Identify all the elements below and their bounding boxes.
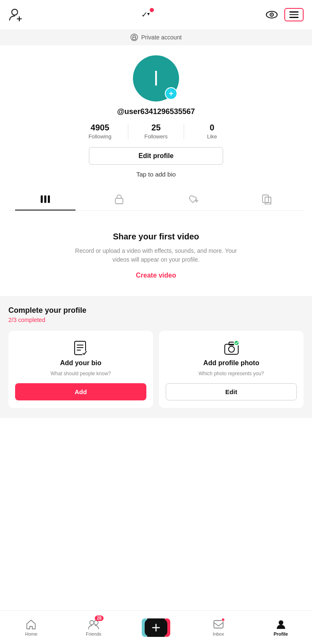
nav-inbox[interactable]: Inbox: [187, 615, 250, 640]
complete-profile-cards: Add your bio What should people know? Ad…: [8, 331, 304, 408]
private-account-banner: Private account: [0, 29, 312, 45]
photo-card-title: Add profile photo: [203, 359, 259, 367]
top-nav-right: [265, 8, 304, 21]
menu-button[interactable]: [284, 8, 304, 21]
create-button-inner: [145, 619, 167, 636]
friends-badge-wrap: 28: [88, 619, 99, 630]
photo-edit-button[interactable]: Edit: [166, 383, 297, 400]
followers-stat[interactable]: 25 Followers: [128, 123, 184, 140]
edit-profile-button[interactable]: Edit profile: [89, 147, 223, 165]
videos-tab-icon: [40, 194, 51, 205]
eye-button[interactable]: [265, 10, 278, 20]
likes-stat[interactable]: 0 Like: [184, 123, 240, 140]
top-nav: ✓: [0, 0, 312, 29]
svg-rect-13: [115, 198, 123, 204]
svg-point-7: [271, 14, 273, 16]
photo-card-desc: Which photo represents you?: [198, 370, 264, 377]
svg-point-33: [278, 620, 283, 625]
private-account-text: Private account: [141, 34, 182, 41]
bio-add-button[interactable]: Add: [15, 383, 146, 400]
nav-profile-label: Profile: [273, 631, 288, 636]
followers-label: Followers: [128, 133, 184, 140]
nav-friends[interactable]: 28 Friends: [62, 615, 125, 640]
bio-card-title: Add your bio: [60, 359, 101, 367]
svg-point-29: [94, 621, 98, 625]
hamburger-line-1: [289, 11, 299, 13]
nav-friends-label: Friends: [86, 631, 101, 636]
empty-state: Share your first video Record or upload …: [0, 211, 312, 296]
notification-dot: [150, 8, 154, 12]
photo-card-icon: [224, 340, 239, 356]
liked-tab-icon: [187, 194, 198, 205]
bio-card: Add your bio What should people know? Ad…: [8, 331, 153, 408]
hamburger-line-2: [289, 14, 299, 16]
username: @user6341296535567: [117, 107, 195, 116]
complete-profile-title: Complete your profile: [8, 306, 304, 315]
avatar-add-button[interactable]: +: [165, 87, 177, 100]
svg-rect-11: [44, 195, 47, 203]
friends-badge-count: 28: [95, 615, 104, 621]
dropdown-icon: ✓: [138, 10, 151, 20]
add-bio-text[interactable]: Tap to add bio: [136, 171, 176, 178]
plus-icon: [151, 623, 161, 632]
empty-state-title: Share your first video: [113, 232, 199, 242]
nav-inbox-label: Inbox: [213, 631, 224, 636]
svg-rect-10: [41, 195, 43, 203]
profile-icon: [276, 619, 286, 630]
svg-point-28: [90, 621, 94, 625]
nav-home-label: Home: [25, 631, 37, 636]
bottom-nav: Home 28 Friends: [0, 610, 312, 644]
nav-home[interactable]: Home: [0, 615, 62, 640]
empty-state-description: Record or upload a video with effects, s…: [72, 247, 240, 264]
svg-point-0: [12, 9, 18, 15]
svg-rect-12: [48, 195, 50, 203]
bio-icon: [73, 340, 89, 356]
eye-icon: [265, 10, 278, 20]
bio-card-icon: [73, 340, 89, 356]
nav-profile[interactable]: Profile: [250, 615, 312, 640]
create-video-link[interactable]: Create video: [136, 272, 176, 279]
complete-profile-section: Complete your profile 2/3 completed Add …: [0, 296, 312, 418]
home-icon: [26, 619, 36, 630]
reposts-tab-icon: [261, 194, 272, 205]
avatar-wrap: l +: [133, 55, 179, 101]
avatar-letter: l: [154, 67, 159, 90]
svg-point-26: [229, 346, 234, 352]
stats-row: 4905 Following 25 Followers 0 Like: [72, 123, 240, 140]
following-stat[interactable]: 4905 Following: [72, 123, 128, 140]
followers-count: 25: [128, 123, 184, 132]
tab-locked[interactable]: [82, 188, 156, 210]
likes-count: 0: [184, 123, 240, 132]
complete-profile-progress: 2/3 completed: [8, 317, 304, 323]
photo-card: Add profile photo Which photo represents…: [159, 331, 304, 408]
locked-tab-icon: [114, 194, 124, 204]
bio-card-desc: What should people know?: [50, 370, 111, 377]
photo-completed-indicator: [234, 340, 239, 346]
svg-text:✓: ✓: [141, 10, 148, 19]
inbox-nav-indicator[interactable]: ✓: [138, 10, 151, 20]
likes-label: Like: [184, 133, 240, 140]
add-friend-icon: [8, 7, 24, 23]
create-button[interactable]: [143, 618, 169, 637]
tab-videos[interactable]: [8, 188, 82, 210]
hamburger-line-3: [289, 17, 299, 18]
svg-rect-32: [214, 621, 223, 628]
lock-icon: [130, 34, 138, 41]
profile-tabs: [8, 188, 304, 211]
inbox-icon-wrap: [213, 619, 224, 630]
svg-rect-9: [133, 37, 136, 39]
profile-section: l + @user6341296535567 4905 Following 25…: [0, 45, 312, 211]
svg-rect-17: [265, 197, 271, 205]
following-count: 4905: [72, 123, 128, 132]
add-friend-button[interactable]: [8, 7, 24, 23]
tab-liked[interactable]: [156, 188, 230, 210]
nav-create[interactable]: [125, 618, 187, 637]
inbox-notification-dot: [221, 618, 225, 621]
check-icon: [235, 341, 238, 345]
following-label: Following: [72, 133, 128, 140]
tab-reposts[interactable]: [230, 188, 304, 210]
